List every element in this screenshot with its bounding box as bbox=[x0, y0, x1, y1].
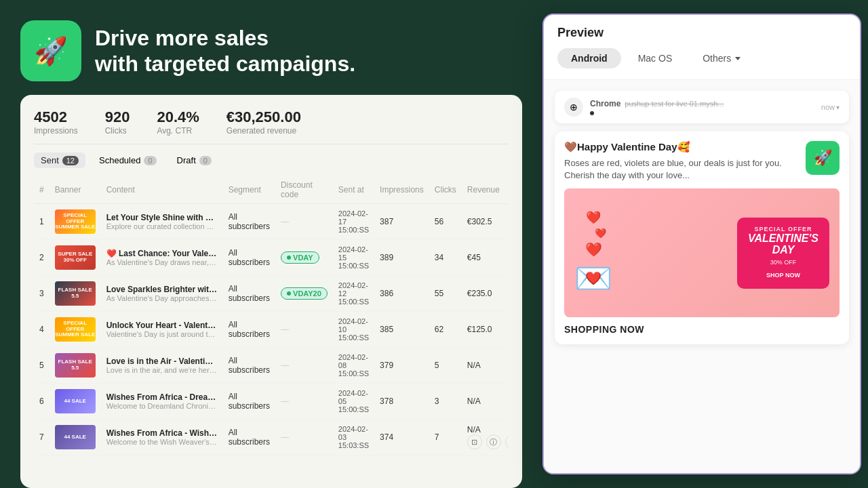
tab-sent[interactable]: Sent 12 bbox=[34, 152, 85, 168]
notification-source: Chrome pushup test for live 01.mysh... bbox=[590, 99, 814, 108]
info-icon[interactable]: ⓘ bbox=[486, 434, 501, 449]
discount-badge: VDAY20 bbox=[281, 287, 328, 300]
push-header: 🤎Happy Valentine Day🥰 Roses are red, vio… bbox=[564, 141, 840, 182]
row-clicks: 3 bbox=[429, 384, 462, 420]
logo-icon: 🚀 bbox=[34, 35, 68, 67]
row-segment: All subscribers bbox=[223, 204, 275, 240]
stat-revenue: €30,250.00 Generated revenue bbox=[226, 108, 301, 136]
push-body: Roses are red, violets are blue, our dea… bbox=[564, 157, 806, 182]
row-banner: FLASH SALE 5.5 bbox=[50, 276, 101, 312]
scheduled-badge: 0 bbox=[144, 156, 156, 165]
table-row: 3 FLASH SALE 5.5 Love Sparkles Brighter … bbox=[34, 276, 509, 312]
special-offer-text: SPECIAL OFFER bbox=[748, 226, 818, 232]
row-clicks: 34 bbox=[429, 240, 462, 276]
row-discount: — bbox=[275, 384, 333, 420]
row-revenue: €125.0 bbox=[462, 312, 509, 348]
row-sent-at: 2024-02-05 15:00:SS bbox=[333, 384, 374, 420]
row-revenue: N/A bbox=[462, 348, 509, 384]
chrome-icon: ⊕ bbox=[564, 98, 583, 117]
row-content: ❤️ Last Chance: Your Valentine's Discoun… bbox=[101, 240, 223, 276]
col-segment: Segment bbox=[223, 176, 275, 204]
row-content: Let Your Style Shine with Wishes From Af… bbox=[101, 204, 223, 240]
notif-chevron-icon: ▾ bbox=[836, 104, 840, 111]
content-title: ❤️ Last Chance: Your Valentine's Discoun… bbox=[106, 249, 218, 258]
clicks-value: 920 bbox=[105, 108, 130, 126]
preview-content: ⊕ Chrome pushup test for live 01.mysh...… bbox=[544, 80, 860, 473]
col-num: # bbox=[34, 176, 50, 204]
impressions-value: 4502 bbox=[34, 108, 78, 126]
row-banner: SPECIAL OFFER SUMMER SALE bbox=[50, 204, 101, 240]
row-clicks: 62 bbox=[429, 312, 462, 348]
banner-thumbnail: 44 SALE bbox=[55, 389, 96, 413]
banner-thumbnail: SUPER SALE 30% OFF bbox=[55, 245, 96, 270]
row-banner: SPECIAL OFFER SUMMER SALE bbox=[50, 312, 101, 348]
row-num: 7 bbox=[34, 420, 50, 455]
row-revenue: €302.5 bbox=[462, 204, 509, 240]
row-segment: All subscribers bbox=[223, 312, 275, 348]
qr-icon[interactable]: ⊡ bbox=[467, 434, 482, 449]
content-title: Love Sparkles Brighter with 20% Off 💕 bbox=[106, 285, 218, 294]
content-desc: Love is in the air, and we're here to ma… bbox=[106, 366, 218, 374]
valentine-title: VALENTINE'S DAY bbox=[748, 232, 818, 256]
os-tabs: Android Mac OS Others bbox=[557, 48, 846, 68]
notification-dot bbox=[590, 111, 594, 115]
tab-android[interactable]: Android bbox=[557, 48, 621, 68]
content-desc: Valentine's Day is just around the corne… bbox=[106, 330, 218, 338]
row-discount: VDAY20 bbox=[275, 276, 333, 312]
content-desc: Explore our curated collection and disco… bbox=[106, 222, 218, 230]
hero-text: Drive more sales with targeted campaigns… bbox=[95, 25, 355, 77]
row-segment: All subscribers bbox=[223, 348, 275, 384]
row-impressions: 385 bbox=[374, 312, 429, 348]
clicks-label: Clicks bbox=[105, 126, 130, 136]
row-sent-at: 2024-02-15 15:00:SS bbox=[333, 240, 374, 276]
envelope-icon: 💌 bbox=[574, 260, 612, 296]
edit-icon[interactable]: ✎ bbox=[505, 434, 509, 449]
content-title: Unlock Your Heart - Valentine's Day Sale… bbox=[106, 321, 218, 330]
row-sent-at: 2024-02-08 15:00:SS bbox=[333, 348, 374, 384]
preview-title: Preview bbox=[557, 26, 846, 40]
table-container: # Banner Content Segment Discount code S… bbox=[34, 176, 509, 474]
col-banner: Banner bbox=[50, 176, 101, 204]
row-clicks: 55 bbox=[429, 276, 462, 312]
tab-macos[interactable]: Mac OS bbox=[625, 48, 686, 68]
tabs-row: Sent 12 Scheduled 0 Draft 0 bbox=[34, 152, 509, 168]
notification-bar: ⊕ Chrome pushup test for live 01.mysh...… bbox=[555, 91, 849, 123]
avg-ctr-label: Avg. CTR bbox=[157, 126, 199, 136]
shop-now-button[interactable]: SHOP NOW bbox=[761, 270, 806, 281]
tab-others[interactable]: Others bbox=[689, 48, 754, 68]
push-logo: 🚀 bbox=[806, 141, 840, 175]
push-notification: 🤎Happy Valentine Day🥰 Roses are red, vio… bbox=[555, 131, 849, 344]
push-image: ❤️ ❤️ ❤️ 💌 SPECIAL OFFER VALENTINE'S DAY… bbox=[564, 188, 840, 317]
row-num: 3 bbox=[34, 276, 50, 312]
row-impressions: 387 bbox=[374, 204, 429, 240]
content-title: Wishes From Africa - Dreamland Chronicle… bbox=[106, 392, 218, 402]
preview-panel: Preview Android Mac OS Others ⊕ Chrome p… bbox=[542, 14, 861, 474]
table-row: 5 FLASH SALE 5.5 Love is in the Air - Va… bbox=[34, 348, 509, 384]
row-segment: All subscribers bbox=[223, 420, 275, 455]
push-text-area: 🤎Happy Valentine Day🥰 Roses are red, vio… bbox=[564, 141, 806, 182]
row-segment: All subscribers bbox=[223, 276, 275, 312]
row-num: 4 bbox=[34, 312, 50, 348]
row-revenue: €45 bbox=[462, 240, 509, 276]
tab-scheduled[interactable]: Scheduled 0 bbox=[92, 152, 163, 168]
table-row: 4 SPECIAL OFFER SUMMER SALE Unlock Your … bbox=[34, 312, 509, 348]
row-content: Unlock Your Heart - Valentine's Day Sale… bbox=[101, 312, 223, 348]
logo-box: 🚀 bbox=[20, 20, 81, 81]
row-content: Love Sparkles Brighter with 20% Off 💕 As… bbox=[101, 276, 223, 312]
content-desc: As Valentine's Day draws near, we want t… bbox=[106, 258, 218, 266]
col-sent-at: Sent at bbox=[333, 176, 374, 204]
content-desc: Welcome to the Wish Weaver's Haven, wher… bbox=[106, 438, 218, 446]
avg-ctr-value: 20.4% bbox=[157, 108, 199, 126]
content-desc: As Valentine's Day approaches, let's mak… bbox=[106, 294, 218, 302]
row-actions: ⊡ ⓘ ✎ bbox=[467, 434, 509, 449]
push-title: 🤎Happy Valentine Day🥰 bbox=[564, 141, 806, 153]
hearts-decoration: ❤️ ❤️ ❤️ 💌 bbox=[574, 210, 612, 296]
left-panel: 🚀 Drive more sales with targeted campaig… bbox=[0, 0, 542, 488]
row-sent-at: 2024-02-12 15:00:SS bbox=[333, 276, 374, 312]
revenue-value: €30,250.00 bbox=[226, 108, 301, 126]
tab-draft[interactable]: Draft 0 bbox=[170, 152, 218, 168]
col-content: Content bbox=[101, 176, 223, 204]
table-row: 6 44 SALE Wishes From Africa - Dreamland… bbox=[34, 384, 509, 420]
content-title: Love is in the Air - Valentine's Day Spe… bbox=[106, 357, 218, 366]
row-clicks: 5 bbox=[429, 348, 462, 384]
